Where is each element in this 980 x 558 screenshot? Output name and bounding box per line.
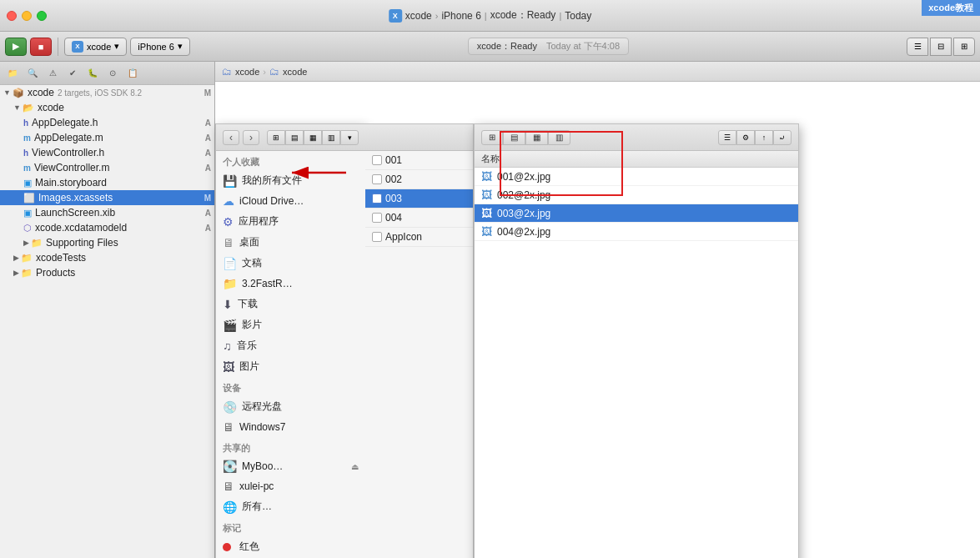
nav-breakpoints-btn[interactable]: ⊙ bbox=[103, 65, 122, 82]
device-label[interactable]: iPhone 6 bbox=[441, 10, 480, 22]
fb-file-002[interactable]: 🖼 002@2x.jpg bbox=[475, 186, 798, 204]
tree-item-root[interactable]: ▼ 📦 xcode 2 targets, iOS SDK 8.2 M bbox=[0, 85, 214, 100]
fb-file-004[interactable]: 🖼 004@2x.jpg bbox=[475, 223, 798, 241]
fb-col-name: 名称 bbox=[481, 153, 500, 165]
fb-item-movies[interactable]: 🎬 影片 bbox=[216, 314, 365, 335]
fb-item-apps[interactable]: ⚙ 应用程序 bbox=[216, 211, 365, 232]
tree-item-products[interactable]: ▶ 📁 Products bbox=[0, 265, 214, 280]
fb-subfolder-003[interactable]: 003 bbox=[365, 189, 473, 209]
tree-item-launchscreen[interactable]: ▣ LaunchScreen.xib A bbox=[0, 205, 214, 220]
nav-tests-btn[interactable]: ✔ bbox=[63, 65, 82, 82]
images-xcassets-label: Images.xcassets bbox=[38, 192, 113, 204]
fb-item-mybook[interactable]: 💽 MyBoo… ⏏ bbox=[216, 456, 365, 476]
fb-item-pictures[interactable]: 🖼 图片 bbox=[216, 356, 365, 377]
fb-item-windows[interactable]: 🖥 Windows7 bbox=[216, 417, 365, 437]
xcode-folder-icon: 📂 bbox=[23, 103, 34, 113]
debug-panel-toggle[interactable]: ⊟ bbox=[930, 38, 952, 56]
subfolder-checkbox-003[interactable] bbox=[372, 194, 382, 204]
tree-item-datamodel[interactable]: ⬡ xcode.xcdatamodeld A bbox=[0, 220, 214, 235]
tree-item-appdelegate-h[interactable]: h AppDelegate.h A bbox=[0, 115, 214, 130]
fb-forward-btn[interactable]: › bbox=[243, 130, 259, 145]
nav-panel-toggle[interactable]: ☰ bbox=[907, 38, 928, 56]
nav-reports-btn[interactable]: 📋 bbox=[123, 65, 142, 82]
subfolder-checkbox-004[interactable] bbox=[372, 213, 382, 223]
fb-back-btn[interactable]: ‹ bbox=[223, 130, 239, 145]
fb-cols-view-btn[interactable]: ▦ bbox=[304, 130, 322, 145]
titlebar: X xcode › iPhone 6 | xcode：Ready | Today… bbox=[0, 0, 980, 32]
appdelegate-h-badge: A bbox=[205, 118, 211, 128]
xcode-badge: xcode教程 bbox=[922, 0, 980, 16]
close-button[interactable] bbox=[7, 11, 17, 21]
fb-item-allshared[interactable]: 🌐 所有… bbox=[216, 496, 365, 517]
mybook-eject-btn[interactable]: ⏏ bbox=[351, 462, 359, 471]
fb-share-btn[interactable]: ↑ bbox=[755, 130, 773, 145]
h-icon-appdelegate: h bbox=[23, 118, 28, 128]
nav-files-btn[interactable]: 📁 bbox=[3, 65, 22, 82]
scheme-label[interactable]: xcode bbox=[405, 10, 432, 22]
fb-subfolder-appicon[interactable]: AppIcon bbox=[365, 228, 473, 247]
minimize-button[interactable] bbox=[22, 11, 32, 21]
nav-toolbar: 📁 🔍 ⚠ ✔ 🐛 ⊙ 📋 bbox=[0, 62, 214, 85]
file-icon-003: 🖼 bbox=[481, 207, 492, 219]
fb-subfolder-004[interactable]: 004 bbox=[365, 209, 473, 228]
fb-item-downloads[interactable]: ⬇ 下载 bbox=[216, 294, 365, 314]
fb-r-cols-btn[interactable]: ▦ bbox=[525, 130, 548, 145]
window-controls[interactable] bbox=[7, 11, 47, 21]
fb-item-docs[interactable]: 📄 文稿 bbox=[216, 253, 365, 274]
fb-badge-btn[interactable]: ⤾ bbox=[773, 130, 792, 145]
fb-action-btn[interactable]: ⚙ bbox=[736, 130, 755, 145]
fb-subfolder-001[interactable]: 001 bbox=[365, 151, 473, 170]
utility-panel-toggle[interactable]: ⊞ bbox=[953, 38, 975, 56]
file-icon-001: 🖼 bbox=[481, 170, 492, 183]
fb-item-fastr[interactable]: 📁 3.2FastR… bbox=[216, 274, 365, 294]
nav-debug-btn[interactable]: 🐛 bbox=[83, 65, 102, 82]
products-label: Products bbox=[36, 267, 75, 279]
tree-item-xcodetests[interactable]: ▶ 📁 xcodeTests bbox=[0, 250, 214, 265]
fb-item-allfiles[interactable]: 💾 我的所有文件 bbox=[216, 170, 365, 191]
fb-tag-red[interactable]: 红色 bbox=[216, 536, 365, 557]
tree-item-viewcontroller-h[interactable]: h ViewController.h A bbox=[0, 145, 214, 160]
fb-subfolder-002[interactable]: 002 bbox=[365, 170, 473, 189]
fb-allshared-label: 所有… bbox=[242, 500, 272, 514]
fb-devices-header: 设备 bbox=[216, 377, 365, 396]
scheme-selector[interactable]: X xcode ▾ bbox=[64, 38, 127, 56]
tree-item-supporting-files[interactable]: ▶ 📁 Supporting Files bbox=[0, 235, 214, 250]
fb-list-view-btn[interactable]: ▤ bbox=[285, 130, 304, 145]
fb-file-001-label: 001@2x.jpg bbox=[497, 171, 550, 183]
fb-item-remotedisk[interactable]: 💿 远程光盘 bbox=[216, 396, 365, 417]
tree-item-viewcontroller-m[interactable]: m ViewController.m A bbox=[0, 160, 214, 175]
fb-item-icloud[interactable]: ☁ iCloud Drive… bbox=[216, 191, 365, 211]
run-button[interactable]: ▶ bbox=[5, 38, 27, 56]
fullscreen-button[interactable] bbox=[37, 11, 47, 21]
fb-file-003[interactable]: 🖼 003@2x.jpg bbox=[475, 204, 798, 223]
status-text: xcode：Ready bbox=[477, 41, 537, 51]
fb-extra-view-btn[interactable]: ▾ bbox=[340, 130, 359, 145]
subfolder-checkbox-001[interactable] bbox=[372, 155, 382, 165]
desktop-icon: 🖥 bbox=[223, 236, 234, 249]
fb-file-001[interactable]: 🖼 001@2x.jpg bbox=[475, 168, 798, 186]
fb-r-grid-btn[interactable]: ⊞ bbox=[481, 130, 503, 145]
tree-item-xcode[interactable]: ▼ 📂 xcode bbox=[0, 100, 214, 115]
tree-item-appdelegate-m[interactable]: m AppDelegate.m A bbox=[0, 130, 214, 145]
fb-item-music[interactable]: ♫ 音乐 bbox=[216, 335, 365, 356]
scheme-name: xcode bbox=[87, 42, 111, 52]
fb-r-cover-btn[interactable]: ▥ bbox=[548, 130, 570, 145]
subfolder-checkbox-002[interactable] bbox=[372, 174, 382, 184]
disk-icon: 💿 bbox=[223, 400, 237, 414]
subfolder-checkbox-appicon[interactable] bbox=[372, 232, 382, 242]
nav-search-btn[interactable]: 🔍 bbox=[23, 65, 42, 82]
fb-sort-view-btns: ☰ ⚙ ↑ ⤾ bbox=[718, 130, 792, 145]
status-date: Today at 下午4:08 bbox=[546, 41, 620, 51]
fb-r-list-btn[interactable]: ▤ bbox=[503, 130, 525, 145]
device-selector[interactable]: iPhone 6 ▾ bbox=[130, 38, 189, 56]
fb-item-xuleipc[interactable]: 🖥 xulei-pc bbox=[216, 476, 365, 496]
stop-button[interactable]: ■ bbox=[30, 38, 52, 56]
tree-item-images-xcassets[interactable]: ⬜ Images.xcassets M bbox=[0, 190, 214, 205]
fb-coverflow-btn[interactable]: ▥ bbox=[322, 130, 340, 145]
nav-issues-btn[interactable]: ⚠ bbox=[43, 65, 62, 82]
fb-grid-view-btn[interactable]: ⊞ bbox=[267, 130, 285, 145]
fb-item-desktop[interactable]: 🖥 桌面 bbox=[216, 232, 365, 253]
tree-item-main-storyboard[interactable]: ▣ Main.storyboard bbox=[0, 175, 214, 190]
fb-sort-btn[interactable]: ☰ bbox=[718, 130, 736, 145]
fb-subfolders-toolbar bbox=[365, 124, 473, 151]
